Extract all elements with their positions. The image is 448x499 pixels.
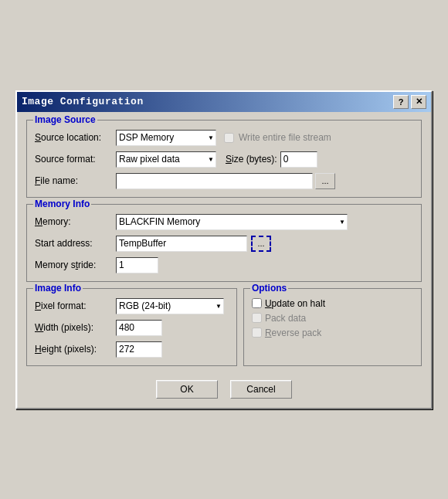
help-button[interactable]: ? bbox=[393, 95, 409, 109]
size-label: Size (bytes): bbox=[226, 154, 277, 165]
height-row: Height (pixels): bbox=[35, 341, 229, 358]
source-location-label: Source location: bbox=[35, 132, 116, 143]
memory-row: Memory: BLACKFIN Memory DSP Memory Host … bbox=[35, 214, 413, 230]
title-bar: Image Configuration ? ✕ bbox=[17, 92, 431, 112]
write-stream-checkbox[interactable] bbox=[224, 133, 234, 143]
memory-stride-label: Memory stride: bbox=[35, 260, 116, 270]
close-button[interactable]: ✕ bbox=[411, 95, 426, 109]
pixel-format-row: Pixel format: RGB (24-bit) YUV 4:2:2 Gra… bbox=[35, 298, 229, 314]
source-location-select[interactable]: DSP Memory File Generator bbox=[116, 130, 216, 146]
height-input[interactable] bbox=[116, 341, 162, 358]
source-format-row: Source format: Raw pixel data BMP JPEG S… bbox=[35, 151, 413, 168]
file-browse-button[interactable]: ... bbox=[315, 173, 335, 189]
start-address-label: Start address: bbox=[35, 238, 116, 249]
update-on-halt-checkbox[interactable] bbox=[252, 298, 262, 308]
options-title: Options bbox=[250, 283, 288, 294]
dialog-content: Image Source Source location: DSP Memory… bbox=[17, 112, 431, 408]
reverse-pack-checkbox[interactable] bbox=[252, 328, 262, 338]
source-location-select-wrap: DSP Memory File Generator bbox=[116, 130, 216, 146]
image-info-section: Image Info Pixel format: RGB (24-bit) YU… bbox=[26, 288, 237, 366]
source-format-select[interactable]: Raw pixel data BMP JPEG bbox=[116, 151, 216, 168]
image-info-title: Image Info bbox=[33, 283, 83, 294]
memory-stride-row: Memory stride: bbox=[35, 257, 413, 273]
pixel-format-select[interactable]: RGB (24-bit) YUV 4:2:2 Grayscale 8-bit bbox=[116, 298, 224, 314]
write-stream-label: Write entire file stream bbox=[239, 132, 331, 143]
start-address-browse-button[interactable]: ... bbox=[251, 236, 271, 252]
width-input[interactable] bbox=[116, 320, 162, 336]
main-window: Image Configuration ? ✕ Image Source Sou… bbox=[15, 90, 433, 409]
file-name-input[interactable] bbox=[116, 173, 313, 189]
memory-info-section: Memory Info Memory: BLACKFIN Memory DSP … bbox=[26, 204, 422, 282]
file-name-row: File name: ... bbox=[35, 173, 413, 189]
image-source-section: Image Source Source location: DSP Memory… bbox=[26, 120, 422, 198]
bottom-sections: Image Info Pixel format: RGB (24-bit) YU… bbox=[26, 288, 422, 372]
update-on-halt-row: Update on halt bbox=[252, 298, 413, 309]
reverse-pack-label: Reverse pack bbox=[265, 328, 321, 338]
window-title: Image Configuration bbox=[22, 96, 144, 107]
source-location-row: Source location: DSP Memory File Generat… bbox=[35, 130, 413, 146]
cancel-button[interactable]: Cancel bbox=[230, 380, 292, 399]
pixel-format-select-wrap: RGB (24-bit) YUV 4:2:2 Grayscale 8-bit bbox=[116, 298, 224, 314]
height-label: Height (pixels): bbox=[35, 344, 116, 355]
start-address-row: Start address: ... bbox=[35, 236, 413, 252]
source-format-select-wrap: Raw pixel data BMP JPEG bbox=[116, 151, 216, 168]
file-name-label: File name: bbox=[35, 175, 116, 186]
memory-select-wrap: BLACKFIN Memory DSP Memory Host Memory bbox=[116, 214, 348, 230]
start-address-input[interactable] bbox=[116, 236, 247, 252]
pack-data-row: Pack data bbox=[252, 313, 413, 324]
memory-select[interactable]: BLACKFIN Memory DSP Memory Host Memory bbox=[116, 214, 348, 230]
memory-info-title: Memory Info bbox=[33, 199, 91, 209]
pack-data-checkbox[interactable] bbox=[252, 313, 262, 323]
memory-label: Memory: bbox=[35, 216, 116, 227]
image-source-title: Image Source bbox=[33, 114, 97, 125]
title-bar-buttons: ? ✕ bbox=[393, 95, 426, 109]
memory-stride-input[interactable] bbox=[116, 257, 158, 273]
ok-button[interactable]: OK bbox=[156, 380, 218, 399]
size-input[interactable] bbox=[280, 151, 317, 168]
width-label: Width (pixels): bbox=[35, 322, 116, 333]
reverse-pack-row: Reverse pack bbox=[252, 328, 413, 338]
source-format-label: Source format: bbox=[35, 154, 116, 165]
options-section: Options Update on halt Pack data Reverse… bbox=[243, 288, 422, 366]
width-row: Width (pixels): bbox=[35, 320, 229, 336]
pixel-format-label: Pixel format: bbox=[35, 300, 116, 311]
pack-data-label: Pack data bbox=[265, 313, 306, 324]
update-on-halt-label: Update on halt bbox=[265, 298, 325, 309]
button-row: OK Cancel bbox=[26, 380, 422, 399]
